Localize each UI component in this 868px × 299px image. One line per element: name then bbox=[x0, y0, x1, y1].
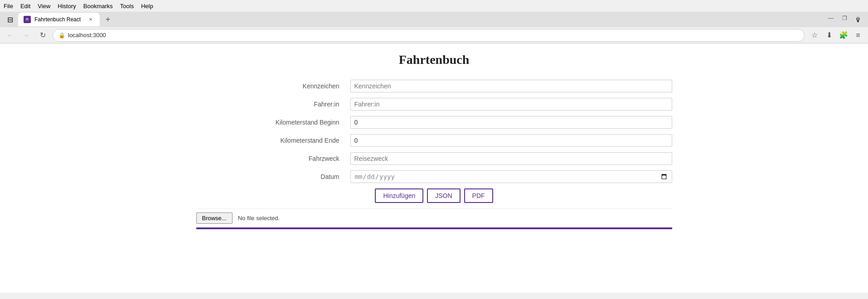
reload-icon: ↻ bbox=[40, 31, 46, 39]
input-fahrzweck[interactable] bbox=[350, 152, 672, 165]
reload-button[interactable]: ↻ bbox=[36, 29, 49, 42]
json-button[interactable]: JSON bbox=[427, 188, 460, 203]
downloads-button[interactable]: ⬇ bbox=[823, 29, 835, 42]
browser-window: File Edit View History Bookmarks Tools H… bbox=[0, 0, 868, 299]
star-icon: ☆ bbox=[811, 31, 818, 39]
form-row-datum: Datum bbox=[196, 170, 672, 183]
active-tab[interactable]: R Fahrtenbuch React × bbox=[18, 13, 100, 26]
menu-history[interactable]: History bbox=[58, 3, 76, 10]
form-row-fahrer: Fahrer:in bbox=[196, 98, 672, 111]
menu-edit[interactable]: Edit bbox=[20, 3, 30, 10]
extensions-button[interactable]: 🧩 bbox=[837, 29, 850, 42]
address-bar: ← → ↻ 🔒 localhost:3000 ☆ ⬇ 🧩 ≡ bbox=[0, 27, 868, 43]
label-km-ende: Kilometerstand Ende bbox=[196, 137, 350, 144]
input-fahrer[interactable] bbox=[350, 98, 672, 111]
menu-bar: File Edit View History Bookmarks Tools H… bbox=[0, 0, 868, 12]
new-tab-button[interactable]: + bbox=[102, 13, 114, 26]
form-row-km-ende: Kilometerstand Ende bbox=[196, 134, 672, 147]
tab-list-icon: ⊟ bbox=[7, 15, 13, 24]
form-row-km-beginn: Kilometerstand Beginn bbox=[196, 116, 672, 129]
input-kennzeichen[interactable] bbox=[350, 80, 672, 92]
menu-icon: ≡ bbox=[856, 31, 860, 39]
input-datum[interactable] bbox=[350, 170, 672, 183]
download-icon: ⬇ bbox=[826, 31, 832, 39]
label-kennzeichen: Kennzeichen bbox=[196, 82, 350, 90]
label-datum: Datum bbox=[196, 173, 350, 180]
bookmark-button[interactable]: ☆ bbox=[808, 29, 821, 42]
pdf-button[interactable]: PDF bbox=[464, 188, 493, 203]
lock-icon: 🔒 bbox=[58, 32, 65, 39]
label-fahrer: Fahrer:in bbox=[196, 101, 350, 108]
button-row: Hinzufügen JSON PDF bbox=[196, 188, 672, 203]
page-title: Fahrtenbuch bbox=[0, 53, 868, 67]
restore-button[interactable]: ❐ bbox=[838, 12, 851, 24]
extensions-icon: 🧩 bbox=[839, 31, 848, 39]
close-button[interactable]: × bbox=[852, 12, 864, 24]
window-controls: — ❐ × bbox=[824, 12, 864, 24]
tab-bar: ⊟ R Fahrtenbuch React × + ∨ bbox=[0, 12, 868, 27]
tab-favicon: R bbox=[24, 16, 31, 23]
tab-label: Fahrtenbuch React bbox=[34, 16, 83, 23]
back-icon: ← bbox=[6, 31, 14, 39]
form-row-kennzeichen: Kennzeichen bbox=[196, 80, 672, 92]
label-fahrzweck: Fahrzweck bbox=[196, 155, 350, 162]
tab-list-button[interactable]: ⊟ bbox=[4, 13, 16, 26]
address-text: localhost:3000 bbox=[68, 32, 799, 39]
menu-view[interactable]: View bbox=[38, 3, 50, 10]
menu-bookmarks[interactable]: Bookmarks bbox=[83, 3, 113, 10]
input-km-ende[interactable] bbox=[350, 134, 672, 147]
file-status: No file selected. bbox=[238, 215, 280, 222]
form-row-fahrzweck: Fahrzweck bbox=[196, 152, 672, 165]
back-button[interactable]: ← bbox=[4, 29, 16, 42]
browser-menu-button[interactable]: ≡ bbox=[852, 29, 864, 42]
purple-divider bbox=[196, 227, 672, 229]
input-km-beginn[interactable] bbox=[350, 116, 672, 129]
page-content: Fahrtenbuch Kennzeichen Fahrer:in Kilome… bbox=[0, 43, 868, 293]
browse-button[interactable]: Browse... bbox=[196, 212, 233, 224]
address-actions: ☆ ⬇ 🧩 ≡ bbox=[808, 29, 864, 42]
label-km-beginn: Kilometerstand Beginn bbox=[196, 119, 350, 126]
menu-help[interactable]: Help bbox=[141, 3, 153, 10]
menu-file[interactable]: File bbox=[4, 3, 13, 10]
form-container: Kennzeichen Fahrer:in Kilometerstand Beg… bbox=[196, 80, 672, 229]
file-row: Browse... No file selected. bbox=[196, 208, 672, 227]
forward-button[interactable]: → bbox=[20, 29, 33, 42]
forward-icon: → bbox=[23, 31, 30, 39]
menu-tools[interactable]: Tools bbox=[120, 3, 134, 10]
tab-close-button[interactable]: × bbox=[87, 16, 94, 23]
minimize-button[interactable]: — bbox=[824, 12, 837, 24]
address-input-wrap[interactable]: 🔒 localhost:3000 bbox=[53, 29, 805, 42]
add-button[interactable]: Hinzufügen bbox=[375, 188, 423, 203]
